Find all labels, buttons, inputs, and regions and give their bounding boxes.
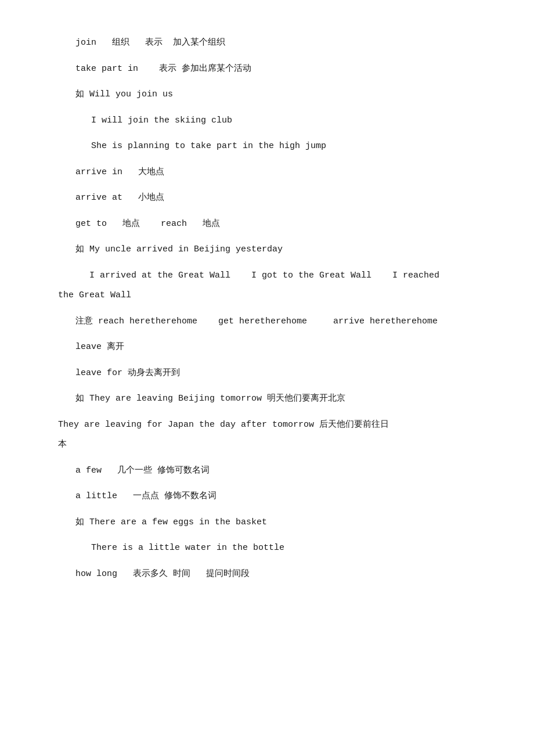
line-leave: leave 离开 — [58, 339, 488, 356]
line-example-skiing: I will join the skiing club — [58, 113, 488, 129]
line-example-water: There is a little water in the bottle — [58, 540, 488, 557]
line-example-leaving-beijing: 如 They are leaving Beijing tomorrow 明天他们… — [58, 391, 488, 408]
line-get-to-reach: get to 地点 reach 地点 — [58, 216, 488, 233]
line-join: join 组织 表示 加入某个组织 — [58, 35, 488, 52]
line-example-eggs: 如 There are a few eggs in the basket — [58, 514, 488, 531]
line-example-high-jump: She is planning to take part in the high… — [58, 138, 488, 155]
line-example-leaving-japan: They are leaving for Japan the day after… — [58, 417, 488, 434]
line-example-uncle: 如 My uncle arrived in Beijing yesterday — [58, 242, 488, 258]
line-arrive-at: arrive at 小地点 — [58, 190, 488, 207]
main-content: join 组织 表示 加入某个组织 take part in 表示 参加出席某个… — [58, 35, 488, 582]
line-example-will-you: 如 Will you join us — [58, 87, 488, 103]
line-arrive-in: arrive in 大地点 — [58, 164, 488, 181]
line-example-great-wall-cont: the Great Wall — [58, 287, 488, 304]
line-note-reach: 注意 reach heretherehome get heretherehome… — [58, 314, 488, 330]
line-how-long: how long 表示多久 时间 提问时间段 — [58, 566, 488, 583]
line-leave-for: leave for 动身去离开到 — [58, 365, 488, 382]
line-take-part-in: take part in 表示 参加出席某个活动 — [58, 61, 488, 78]
line-a-few: a few 几个一些 修饰可数名词 — [58, 463, 488, 480]
line-example-great-wall: I arrived at the Great Wall I got to the… — [58, 268, 488, 285]
line-a-little: a little 一点点 修饰不数名词 — [58, 488, 488, 505]
line-example-leaving-japan-cont: 本 — [58, 437, 488, 453]
